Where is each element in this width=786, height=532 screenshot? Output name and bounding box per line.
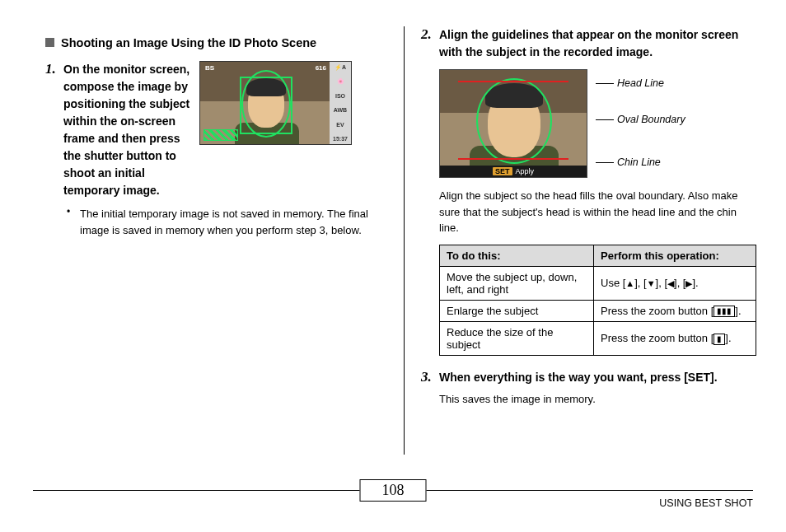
step-1: 1. On the monitor screen, compose the im… bbox=[45, 61, 375, 238]
step-3: 3. When everything is the way you want, … bbox=[421, 369, 751, 408]
table-row: Reduce the size of the subject Press the… bbox=[440, 322, 756, 356]
chin-line-icon bbox=[458, 158, 568, 160]
head-line-icon bbox=[458, 81, 568, 82]
camera-preview-image: BS 616 ⚡A 🌸 ISO AWB bbox=[199, 61, 352, 145]
zoom-out-icon: ▮ bbox=[713, 334, 725, 345]
step-1-instruction: On the monitor screen, compose the image… bbox=[63, 61, 191, 199]
step-1-note: The initial temporary image is not saved… bbox=[80, 206, 375, 238]
left-arrow-icon: ◀ bbox=[667, 278, 674, 288]
section-heading: Shooting an Image Using the ID Photo Sce… bbox=[45, 36, 375, 49]
cam-counter: 616 bbox=[316, 64, 326, 72]
step-2-paragraph: Align the subject so the head fills the … bbox=[439, 188, 751, 236]
table-cell: Move the subject up, down, left, and rig… bbox=[440, 266, 594, 300]
apply-label: Apply bbox=[516, 167, 535, 175]
step-2: 2. Align the guidelines that appear on t… bbox=[421, 26, 751, 61]
step-number: 3. bbox=[421, 369, 439, 408]
table-row: Enlarge the subject Press the zoom butto… bbox=[440, 300, 756, 322]
footer-section-label: USING BEST SHOT bbox=[659, 497, 753, 509]
zoom-in-icon: ▮▮▮ bbox=[713, 306, 735, 317]
callout-oval-boundary: Oval Boundary bbox=[617, 114, 685, 125]
table-cell: Reduce the size of the subject bbox=[440, 322, 594, 356]
apply-bar: SET Apply bbox=[440, 166, 587, 177]
page-number: 108 bbox=[360, 479, 427, 502]
table-header-operation: Perform this operation: bbox=[594, 245, 756, 266]
step-2-instruction: Align the guidelines that appear on the … bbox=[439, 26, 751, 61]
table-cell: Press the zoom button [▮]. bbox=[594, 322, 756, 356]
step-3-note: This saves the image in memory. bbox=[439, 391, 751, 408]
table-cell: Enlarge the subject bbox=[440, 300, 594, 322]
column-divider bbox=[404, 26, 405, 455]
table-cell: Press the zoom button [▮▮▮]. bbox=[594, 300, 756, 322]
oval-boundary-icon bbox=[476, 78, 552, 164]
bullet-icon: • bbox=[67, 206, 80, 238]
camera-side-strip: ⚡A 🌸 ISO AWB EV 15:37 bbox=[330, 62, 351, 144]
callout-head-line: Head Line bbox=[617, 77, 664, 89]
table-cell: Use [▲], [▼], [◀], [▶]. bbox=[594, 266, 756, 300]
section-heading-text: Shooting an Image Using the ID Photo Sce… bbox=[61, 36, 316, 49]
down-arrow-icon: ▼ bbox=[647, 278, 656, 288]
callout-chin-line: Chin Line bbox=[617, 156, 661, 168]
square-bullet-icon bbox=[45, 38, 54, 47]
step-3-instruction: When everything is the way you want, pre… bbox=[439, 369, 751, 386]
step-number: 2. bbox=[421, 26, 439, 61]
page-footer: 108 USING BEST SHOT bbox=[33, 490, 753, 509]
table-row: Move the subject up, down, left, and rig… bbox=[440, 266, 756, 300]
operations-table: To do this: Perform this operation: Move… bbox=[439, 245, 756, 357]
up-arrow-icon: ▲ bbox=[625, 278, 634, 288]
step-number: 1. bbox=[45, 61, 63, 238]
guideline-figure: SET Apply Head Line Oval Boundary Chin L… bbox=[439, 69, 751, 178]
table-header-action: To do this: bbox=[440, 245, 594, 266]
set-badge: SET bbox=[493, 167, 512, 175]
hatched-area-icon bbox=[204, 129, 238, 141]
cam-indicator-bs: BS bbox=[205, 64, 214, 72]
